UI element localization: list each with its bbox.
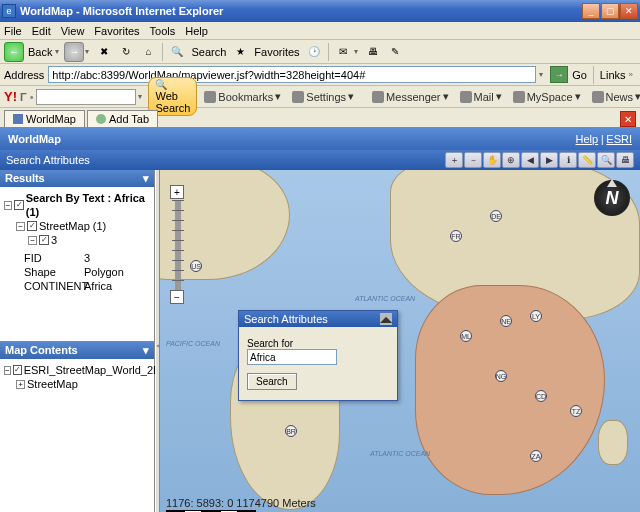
menu-bar: File Edit View Favorites Tools Help [0, 22, 640, 40]
fwd-dd[interactable]: ▾ [85, 47, 89, 56]
app-header: WorldMap Help | ESRI [0, 128, 640, 150]
menu-edit[interactable]: Edit [32, 25, 51, 37]
ocean-label: PACIFIC OCEAN [166, 340, 220, 348]
window-title: WorldMap - Microsoft Internet Explorer [20, 5, 581, 17]
yahoo-news[interactable]: News▾ [588, 90, 640, 103]
browser-tabs: WorldMap Add Tab ✕ [0, 108, 640, 128]
menu-file[interactable]: File [4, 25, 22, 37]
refresh-button[interactable]: ↻ [116, 42, 136, 62]
menu-help[interactable]: Help [185, 25, 208, 37]
zoom-minus-button[interactable]: − [170, 290, 184, 304]
yahoo-gamma: Γ [20, 91, 27, 103]
tab-worldmap[interactable]: WorldMap [4, 110, 85, 127]
map-view[interactable]: US PE BR ML NE LY NG CD TZ ZA FR DE PACI… [160, 170, 640, 512]
search-dialog: Search Attributes◢◣ Search for Search [238, 310, 398, 401]
addr-dd[interactable]: ▾ [539, 70, 543, 79]
coords-text: 1176: 5893: 0 1174790 Meters [166, 497, 316, 509]
search-button[interactable]: Search [247, 373, 297, 390]
pan-tool[interactable]: ✋ [483, 152, 501, 168]
zoom-plus-button[interactable]: + [170, 185, 184, 199]
results-layer[interactable]: −✓StreetMap (1) [16, 219, 150, 233]
zoom-slider[interactable]: + − [170, 185, 186, 305]
tab-close-button[interactable]: ✕ [620, 111, 636, 127]
mapcontents-panel: −✓ESRI_StreetMap_World_2D +StreetMap [0, 359, 154, 512]
print-tool[interactable]: 🖶 [616, 152, 634, 168]
route-icon: ZA [530, 450, 542, 462]
yahoo-settings[interactable]: Settings▾ [288, 90, 358, 103]
address-input[interactable] [48, 66, 536, 83]
close-button[interactable]: ✕ [620, 3, 638, 19]
go-button[interactable]: → [550, 66, 568, 83]
go-label[interactable]: Go [572, 69, 587, 81]
route-icon: DE [490, 210, 502, 222]
route-icon: LY [530, 310, 542, 322]
home-button[interactable]: ⌂ [138, 42, 158, 62]
collapse-icon[interactable]: ▾ [143, 172, 149, 185]
print-button[interactable]: 🖶 [363, 42, 383, 62]
search-label[interactable]: Search [191, 46, 226, 58]
links-label[interactable]: Links [600, 69, 626, 81]
stop-button[interactable]: ✖ [94, 42, 114, 62]
madagascar [598, 420, 628, 465]
yahoo-search-input[interactable] [36, 89, 136, 105]
layer-service[interactable]: −✓ESRI_StreetMap_World_2D [4, 363, 150, 377]
dialog-header[interactable]: Search Attributes◢◣ [239, 311, 397, 327]
maximize-button[interactable]: ▢ [601, 3, 619, 19]
search-attr-bar: Search Attributes ＋ － ✋ ⊕ ◀ ▶ ℹ 📏 🔍 🖶 [0, 150, 640, 170]
menu-view[interactable]: View [61, 25, 85, 37]
ocean-label: ATLANTIC OCEAN [355, 295, 415, 303]
history-button[interactable]: 🕑 [304, 42, 324, 62]
back-label[interactable]: Back [28, 46, 52, 58]
help-link[interactable]: Help [576, 133, 599, 145]
dialog-close-button[interactable]: ◢◣ [380, 313, 392, 325]
yahoo-messenger[interactable]: Messenger▾ [368, 90, 452, 103]
results-panel: −✓Search By Text : Africa (1) −✓StreetMa… [0, 187, 154, 342]
yahoo-myspace[interactable]: MySpace▾ [509, 90, 585, 103]
route-icon: ML [460, 330, 472, 342]
zoom-out-tool[interactable]: － [464, 152, 482, 168]
prev-extent-tool[interactable]: ◀ [521, 152, 539, 168]
yahoo-logo[interactable]: Y! [4, 89, 17, 104]
compass-icon: N [594, 180, 630, 216]
zoom-track[interactable] [175, 200, 181, 290]
results-header: Results▾ [0, 170, 154, 187]
measure-tool[interactable]: 📏 [578, 152, 596, 168]
search-for-label: Search for [247, 338, 293, 349]
yahoo-mail[interactable]: Mail▾ [456, 90, 506, 103]
favorites-label[interactable]: Favorites [254, 46, 299, 58]
attribute-table: FID3 ShapePolygon CONTINENTAfrica [24, 251, 150, 293]
search-icon[interactable]: 🔍 [167, 42, 187, 62]
forward-button[interactable]: → [64, 42, 84, 62]
layer-streetmap[interactable]: +StreetMap [16, 377, 150, 391]
tab-add[interactable]: Add Tab [87, 110, 158, 127]
collapse-icon[interactable]: ▾ [143, 344, 149, 357]
minimize-button[interactable]: _ [582, 3, 600, 19]
route-icon: CD [535, 390, 547, 402]
identify-tool[interactable]: ℹ [559, 152, 577, 168]
results-root[interactable]: −✓Search By Text : Africa (1) [4, 191, 150, 219]
address-bar: Address ▾ → Go Links» [0, 64, 640, 86]
mail-button[interactable]: ✉ [333, 42, 353, 62]
search-attr-label: Search Attributes [6, 154, 90, 166]
side-panel: Results▾ −✓Search By Text : Africa (1) −… [0, 170, 155, 512]
full-extent-tool[interactable]: ⊕ [502, 152, 520, 168]
menu-favorites[interactable]: Favorites [94, 25, 139, 37]
search-for-input[interactable] [247, 349, 337, 365]
esri-link[interactable]: ESRI [606, 133, 632, 145]
back-button[interactable]: ← [4, 42, 24, 62]
route-icon: FR [450, 230, 462, 242]
address-label: Address [4, 69, 44, 81]
yahoo-bookmarks[interactable]: Bookmarks▾ [200, 90, 285, 103]
back-dd[interactable]: ▾ [55, 47, 59, 56]
menu-tools[interactable]: Tools [150, 25, 176, 37]
scale-bar: 1176: 5893: 0 1174790 Meters [166, 497, 316, 512]
next-extent-tool[interactable]: ▶ [540, 152, 558, 168]
results-record[interactable]: −✓3 [28, 233, 150, 247]
search-tool[interactable]: 🔍 [597, 152, 615, 168]
edit-button[interactable]: ✎ [385, 42, 405, 62]
ie-toolbar: ← Back▾ →▾ ✖ ↻ ⌂ 🔍Search ★Favorites 🕑 ✉▾… [0, 40, 640, 64]
favorites-icon[interactable]: ★ [230, 42, 250, 62]
zoom-in-tool[interactable]: ＋ [445, 152, 463, 168]
route-icon: NE [500, 315, 512, 327]
mapcontents-header: Map Contents▾ [0, 342, 154, 359]
